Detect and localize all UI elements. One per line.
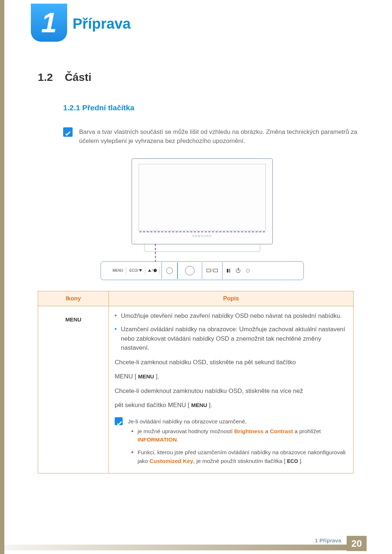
bullet-icon [131, 451, 133, 453]
button-bar: MENU ECO/ / / [101, 261, 304, 280]
paragraph: pět sekund tlačítko MENU [ MENU ]. [115, 401, 347, 410]
th-popis: Popis [109, 291, 354, 306]
monitor-illustration: SAMSUNG MENU ECO/ / / [101, 158, 304, 280]
monitor-stand [144, 245, 260, 252]
bb-menu: MENU [110, 267, 126, 275]
chapter-title: Příprava [73, 13, 131, 34]
pip-icon [227, 269, 230, 272]
source-icon [207, 269, 211, 272]
led-icon [246, 269, 250, 272]
note-icon [115, 417, 123, 425]
bb-right-group [224, 267, 253, 275]
table-header-row: Ikony Popis [38, 291, 354, 306]
note-text: Barva a tvar vlastních součástí se může … [79, 127, 367, 146]
page-header: 1 Příprava [0, 0, 392, 44]
bullet-text: Umožňuje otevření nebo zavření nabídky O… [121, 311, 342, 321]
page-number: 20 [347, 536, 367, 551]
menu-label: MENU [138, 373, 154, 379]
icons-table: Ikony Popis MENU Umožňuje otevření nebo … [38, 291, 354, 473]
triangle-down-icon [139, 269, 142, 272]
section-number: 1.2 [38, 69, 53, 85]
bullet-item: je možné upravovat hodnoty možností Brig… [131, 427, 347, 444]
callout-line-horizontal [139, 231, 265, 232]
bullet-icon [115, 328, 117, 330]
bullet-icon [115, 315, 117, 316]
paragraph: Chcete-li zamknout nabídku OSD, stisknět… [115, 358, 347, 367]
bar-divider [222, 262, 223, 279]
chapter-badge: 1 [31, 4, 67, 42]
bullet-icon [131, 430, 133, 432]
subsection-heading: 1.2.1 Přední tlačítka [63, 102, 367, 114]
bullet-item: Uzamčení ovládání nabídky na obrazovce: … [115, 325, 347, 353]
monitor-outline: SAMSUNG [131, 158, 273, 245]
note-icon [63, 127, 73, 137]
menu-label: MENU [191, 402, 207, 408]
brand-text: SAMSUNG [192, 234, 212, 238]
circle-icon [166, 267, 173, 274]
top-note: Barva a tvar vlastních součástí se může … [63, 127, 367, 146]
bb-up: / [145, 267, 160, 275]
dot-icon [154, 269, 157, 272]
monitor-screen [139, 164, 266, 231]
bullet-item: Funkci, kterou jste před uzamčením ovlád… [131, 448, 347, 465]
cell-icon: MENU [38, 306, 109, 473]
bullet-text: je možné upravovat hodnoty možností Brig… [138, 427, 347, 444]
bb-source: / [204, 267, 221, 275]
content: 1.2 Části 1.2.1 Přední tlačítka Barva a … [0, 44, 392, 280]
chapter-number: 1 [41, 1, 57, 44]
footer-chapter-ref: 1 Příprava [315, 537, 341, 545]
cell-description: Umožňuje otevření nebo zavření nabídky O… [109, 306, 354, 473]
bb-eco: ECO/ [126, 267, 145, 275]
circle-icon [185, 266, 195, 275]
bb-circle1 [163, 267, 176, 275]
inner-note-content: Je-li ovládání nabídky na obrazovce uzam… [128, 417, 347, 469]
bb-circle2 [179, 267, 200, 275]
callout-line-vertical [155, 244, 156, 262]
paragraph: Chcete-li odemknout zamknutou nabídku OS… [115, 386, 347, 396]
inner-note: Je-li ovládání nabídky na obrazovce uzam… [115, 417, 347, 469]
bullet-text: Funkci, kterou jste před uzamčením ovlád… [138, 448, 347, 465]
enter-icon [213, 269, 218, 272]
section-title: Části [65, 71, 91, 83]
bullet-item: Umožňuje otevření nebo zavření nabídky O… [115, 311, 347, 321]
note-intro: Je-li ovládání nabídky na obrazovce uzam… [128, 417, 347, 426]
eco-label: ECO [287, 458, 298, 464]
menu-label: MENU [65, 316, 81, 323]
th-ikony: Ikony [38, 291, 109, 306]
bar-divider [177, 262, 178, 279]
bullet-text: Uzamčení ovládání nabídky na obrazovce: … [121, 325, 347, 353]
table-row: MENU Umožňuje otevření nebo zavření nabí… [38, 306, 354, 473]
bar-divider [202, 262, 203, 279]
power-icon [236, 268, 240, 273]
footer-band [4, 545, 348, 550]
section-heading: 1.2 Části [38, 69, 367, 85]
bar-divider [162, 262, 162, 279]
side-stripe [0, 0, 4, 554]
triangle-up-icon [148, 269, 151, 272]
paragraph: MENU [ MENU ]. [115, 372, 347, 381]
page-footer: 1 Příprava 20 [0, 534, 392, 554]
